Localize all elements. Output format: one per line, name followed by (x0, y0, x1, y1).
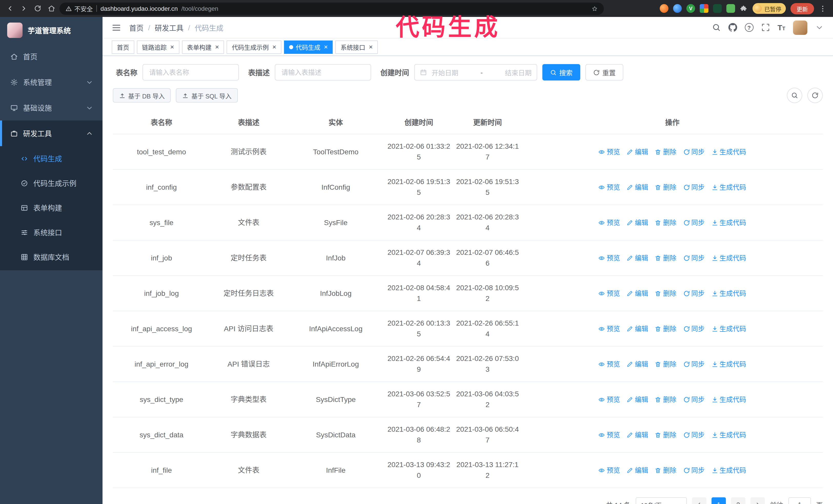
tab-4[interactable]: 代码生成示例× (227, 40, 281, 54)
action-preview[interactable]: 预览 (598, 429, 620, 440)
sidebar-subitem-2[interactable]: 代码生成示例 (0, 171, 102, 195)
import-sql-button[interactable]: 基于 SQL 导入 (176, 88, 238, 102)
action-preview[interactable]: 预览 (598, 288, 620, 299)
tab-1[interactable]: 首页 (112, 40, 134, 54)
extension-icon-1[interactable] (660, 4, 668, 13)
search-icon[interactable] (712, 23, 720, 32)
action-edit[interactable]: 编辑 (627, 146, 648, 157)
address-bar[interactable]: 不安全 dashboard.yudao.iocoder.cn /tool/cod… (60, 2, 604, 15)
action-generate[interactable]: 生成代码 (711, 253, 746, 263)
tab-close-icon[interactable]: × (170, 44, 174, 50)
action-delete[interactable]: 删除 (655, 288, 676, 299)
extension-icon-5[interactable] (713, 4, 722, 13)
breadcrumb-item[interactable]: 首页 (129, 22, 144, 32)
table-desc-input[interactable] (275, 64, 371, 80)
chevron-down-icon[interactable] (815, 23, 824, 32)
action-preview[interactable]: 预览 (598, 323, 620, 334)
action-delete[interactable]: 删除 (655, 429, 676, 440)
sidebar-subitem-3[interactable]: 表单构建 (0, 195, 102, 220)
action-preview[interactable]: 预览 (598, 253, 620, 263)
action-delete[interactable]: 删除 (655, 253, 676, 263)
date-range-picker[interactable]: 开始日期 - 结束日期 (414, 64, 537, 80)
bookmark-star-icon[interactable] (592, 5, 598, 11)
app-logo[interactable]: 芋道管理系统 (0, 17, 102, 44)
action-delete[interactable]: 删除 (655, 465, 676, 476)
tab-close-icon[interactable]: × (369, 44, 373, 50)
action-delete[interactable]: 删除 (655, 394, 676, 405)
action-preview[interactable]: 预览 (598, 217, 620, 228)
paused-badge[interactable]: 已暂停 (753, 3, 786, 14)
breadcrumb-item[interactable]: 研发工具 (155, 22, 184, 32)
reload-icon[interactable] (34, 5, 42, 12)
extension-icon-4[interactable] (700, 4, 709, 13)
action-generate[interactable]: 生成代码 (711, 359, 746, 369)
action-preview[interactable]: 预览 (598, 465, 620, 476)
action-sync[interactable]: 同步 (683, 429, 705, 440)
action-edit[interactable]: 编辑 (627, 253, 648, 263)
action-generate[interactable]: 生成代码 (711, 288, 746, 299)
action-generate[interactable]: 生成代码 (711, 394, 746, 405)
action-sync[interactable]: 同步 (683, 394, 705, 405)
import-db-button[interactable]: 基于 DB 导入 (113, 88, 171, 102)
fullscreen-icon[interactable] (761, 23, 770, 32)
action-edit[interactable]: 编辑 (627, 359, 648, 369)
action-sync[interactable]: 同步 (683, 465, 705, 476)
action-delete[interactable]: 删除 (655, 359, 676, 369)
github-icon[interactable] (728, 23, 737, 32)
action-preview[interactable]: 预览 (598, 359, 620, 369)
action-edit[interactable]: 编辑 (627, 288, 648, 299)
browser-menu-icon[interactable] (819, 4, 827, 13)
action-preview[interactable]: 预览 (598, 146, 620, 157)
security-indicator[interactable]: 不安全 (66, 4, 93, 13)
puzzle-icon[interactable] (740, 4, 748, 13)
page-button-1[interactable]: 1 (712, 497, 726, 504)
action-sync[interactable]: 同步 (683, 253, 705, 263)
toggle-search-button[interactable] (787, 88, 802, 103)
action-sync[interactable]: 同步 (683, 217, 705, 228)
action-edit[interactable]: 编辑 (627, 182, 648, 193)
sidebar-subitem-5[interactable]: 数据库文档 (0, 245, 102, 269)
action-edit[interactable]: 编辑 (627, 323, 648, 334)
tab-2[interactable]: 链路追踪× (137, 40, 179, 54)
hamburger-icon[interactable] (112, 23, 121, 32)
action-generate[interactable]: 生成代码 (711, 323, 746, 334)
update-button[interactable]: 更新 (790, 3, 814, 14)
action-sync[interactable]: 同步 (683, 323, 705, 334)
tab-close-icon[interactable]: × (324, 44, 328, 50)
action-generate[interactable]: 生成代码 (711, 465, 746, 476)
tab-6[interactable]: 系统接口× (335, 40, 378, 54)
action-generate[interactable]: 生成代码 (711, 429, 746, 440)
sidebar-item-1[interactable]: 首页 (0, 44, 102, 69)
action-preview[interactable]: 预览 (598, 182, 620, 193)
tab-5[interactable]: 代码生成× (284, 40, 333, 54)
action-edit[interactable]: 编辑 (627, 394, 648, 405)
action-sync[interactable]: 同步 (683, 146, 705, 157)
sidebar-item-3[interactable]: 基础设施 (0, 95, 102, 120)
action-preview[interactable]: 预览 (598, 394, 620, 405)
action-edit[interactable]: 编辑 (627, 465, 648, 476)
extension-icon-6[interactable] (727, 4, 735, 13)
tab-close-icon[interactable]: × (215, 44, 219, 50)
action-generate[interactable]: 生成代码 (711, 217, 746, 228)
sidebar-subitem-1[interactable]: 代码生成 (0, 146, 102, 171)
page-button-2[interactable]: 2 (731, 497, 745, 504)
table-name-input[interactable] (143, 64, 239, 80)
sidebar-item-4[interactable]: 研发工具 (0, 120, 102, 146)
browser-home-icon[interactable] (48, 5, 55, 12)
sidebar-item-2[interactable]: 系统管理 (0, 69, 102, 95)
page-size-select[interactable]: 10条/页 (636, 497, 687, 504)
tab-close-icon[interactable]: × (272, 44, 276, 50)
action-generate[interactable]: 生成代码 (711, 146, 746, 157)
action-generate[interactable]: 生成代码 (711, 182, 746, 193)
font-size-icon[interactable]: T T (777, 24, 785, 31)
help-icon[interactable]: ? (744, 23, 753, 32)
action-edit[interactable]: 编辑 (627, 429, 648, 440)
action-sync[interactable]: 同步 (683, 359, 705, 369)
next-page-button[interactable] (751, 497, 765, 504)
back-icon[interactable] (6, 5, 14, 12)
refresh-table-button[interactable] (807, 88, 823, 103)
prev-page-button[interactable] (692, 497, 706, 504)
action-delete[interactable]: 删除 (655, 182, 676, 193)
action-delete[interactable]: 删除 (655, 217, 676, 228)
extension-icon-3[interactable]: V (686, 4, 695, 13)
